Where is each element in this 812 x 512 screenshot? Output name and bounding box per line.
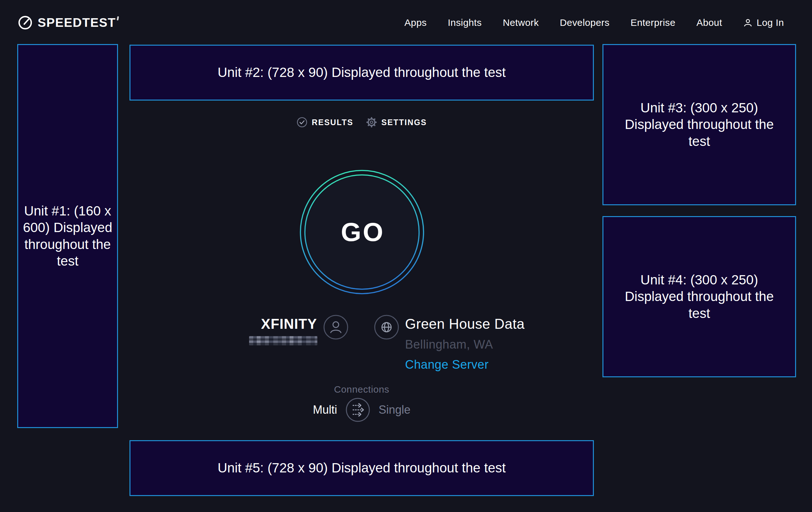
tab-settings-label: SETTINGS	[381, 118, 427, 127]
speedometer-gauge-icon	[18, 15, 32, 30]
results-settings-tabs: RESULTS SETTINGS	[129, 117, 594, 128]
redacted-ip-blur	[249, 336, 317, 345]
change-server-link[interactable]: Change Server	[405, 358, 489, 372]
person-circle-icon	[323, 315, 349, 340]
nav-item-network[interactable]: Network	[503, 17, 539, 28]
ad-unit-3-text: Unit #3: (300 x 250) Displayed throughou…	[615, 100, 784, 150]
ad-unit-4-text: Unit #4: (300 x 250) Displayed throughou…	[615, 272, 784, 322]
server-info: Green House Data Bellingham, WA Change S…	[405, 316, 525, 372]
connections-toggle-row: Multi Single	[129, 397, 594, 422]
ad-unit-1-text: Unit #1: (160 x 600) Displayed throughou…	[20, 203, 115, 270]
main-nav: Apps Insights Network Developers Enterpr…	[404, 17, 784, 28]
connections-single-option[interactable]: Single	[379, 403, 410, 416]
server-location: Bellingham, WA	[405, 338, 525, 351]
person-icon	[743, 18, 753, 27]
connections-toggle-button[interactable]	[345, 397, 370, 422]
connections-multi-option[interactable]: Multi	[313, 403, 337, 416]
nav-item-enterprise[interactable]: Enterprise	[631, 17, 675, 28]
multi-arrows-icon	[345, 397, 370, 422]
trademark-mark	[117, 16, 119, 21]
ad-unit-2-text: Unit #2: (728 x 90) Displayed throughout…	[218, 64, 506, 81]
nav-item-developers[interactable]: Developers	[560, 17, 609, 28]
globe-circle-icon	[374, 315, 399, 340]
top-nav-bar: SPEEDTEST Apps Insights Network Develope…	[0, 0, 812, 45]
ad-unit-1-skyscraper[interactable]: Unit #1: (160 x 600) Displayed throughou…	[17, 44, 118, 428]
ad-unit-3-rectangle[interactable]: Unit #3: (300 x 250) Displayed throughou…	[603, 44, 796, 205]
ad-unit-4-rectangle[interactable]: Unit #4: (300 x 250) Displayed throughou…	[603, 216, 796, 377]
server-name: Green House Data	[405, 316, 525, 332]
isp-name: XFINITY	[212, 316, 317, 332]
nav-item-about[interactable]: About	[697, 17, 722, 28]
go-button-label: GO	[339, 217, 385, 247]
login-button[interactable]: Log In	[743, 17, 784, 28]
login-label: Log In	[756, 17, 784, 28]
nav-item-apps[interactable]: Apps	[404, 17, 427, 28]
tab-results-label: RESULTS	[312, 118, 353, 127]
ad-unit-2-leaderboard[interactable]: Unit #2: (728 x 90) Displayed throughout…	[129, 45, 594, 101]
nav-item-insights[interactable]: Insights	[448, 17, 482, 28]
check-circle-icon	[297, 117, 308, 128]
tab-results[interactable]: RESULTS	[297, 117, 353, 128]
logo-wordmark: SPEEDTEST	[38, 16, 116, 30]
ad-unit-5-leaderboard[interactable]: Unit #5: (728 x 90) Displayed throughout…	[129, 440, 594, 496]
ad-unit-5-text: Unit #5: (728 x 90) Displayed throughout…	[218, 460, 506, 477]
tab-settings[interactable]: SETTINGS	[366, 117, 427, 128]
speedtest-logo[interactable]: SPEEDTEST	[18, 15, 119, 30]
go-button[interactable]: GO	[299, 169, 425, 295]
connections-label: Connections	[129, 384, 594, 395]
gear-icon	[366, 117, 377, 128]
